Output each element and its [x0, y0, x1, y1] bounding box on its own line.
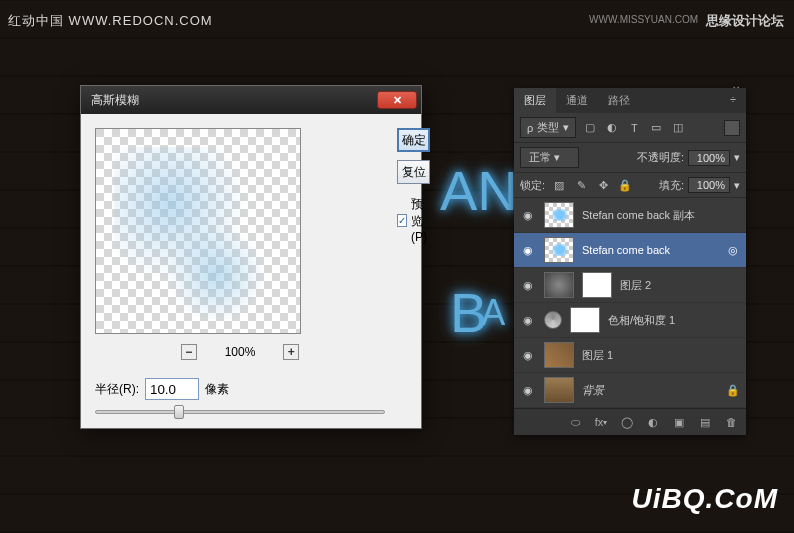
- visibility-toggle[interactable]: ◉: [520, 382, 536, 398]
- radius-unit: 像素: [205, 381, 229, 398]
- visibility-toggle[interactable]: ◉: [520, 242, 536, 258]
- close-button[interactable]: ✕: [377, 91, 417, 109]
- lock-icon: 🔒: [726, 384, 740, 397]
- tab-channels[interactable]: 通道: [556, 88, 598, 113]
- filter-type-icon[interactable]: T: [626, 120, 642, 136]
- tab-paths[interactable]: 路径: [598, 88, 640, 113]
- blend-mode-select[interactable]: 正常 ▾: [520, 147, 579, 168]
- visibility-toggle[interactable]: ◉: [520, 207, 536, 223]
- new-layer-icon[interactable]: ▤: [698, 415, 712, 429]
- add-mask-icon[interactable]: ◯: [620, 415, 634, 429]
- layer-thumbnail[interactable]: [544, 377, 574, 403]
- layers-list: ◉Stefan come back 副本◉Stefan come back◎◉图…: [514, 198, 746, 408]
- link-layers-icon[interactable]: ⬭: [568, 415, 582, 429]
- layer-thumbnail[interactable]: [544, 272, 574, 298]
- panel-footer: ⬭ fx▾ ◯ ◐ ▣ ▤ 🗑: [514, 408, 746, 435]
- slider-thumb[interactable]: [174, 405, 184, 419]
- layer-name[interactable]: Stefan come back 副本: [582, 208, 740, 223]
- gaussian-blur-dialog: 高斯模糊 ✕ − 100% + 半径(R): 像素 确定 复位 ✓: [80, 85, 422, 429]
- lock-move-icon[interactable]: ✥: [595, 177, 611, 193]
- opacity-input[interactable]: 100%: [688, 150, 730, 166]
- layer-thumbnail[interactable]: [544, 342, 574, 368]
- lock-label: 锁定:: [520, 178, 545, 193]
- layer-thumbnail[interactable]: [544, 202, 574, 228]
- watermark-top-right-url: WWW.MISSYUAN.COM: [589, 14, 698, 25]
- layer-row[interactable]: ◉Stefan come back 副本: [514, 198, 746, 233]
- opacity-label: 不透明度:: [637, 150, 684, 165]
- filter-effects-icon[interactable]: ◎: [726, 244, 740, 257]
- delete-layer-icon[interactable]: 🗑: [724, 415, 738, 429]
- zoom-out-button[interactable]: −: [181, 344, 197, 360]
- mask-thumbnail[interactable]: [582, 272, 612, 298]
- layer-thumbnail[interactable]: [544, 237, 574, 263]
- layer-row[interactable]: ◉Stefan come back◎: [514, 233, 746, 268]
- visibility-toggle[interactable]: ◉: [520, 312, 536, 328]
- watermark-bottom-right: UiBQ.CoM: [632, 483, 778, 515]
- add-adjustment-icon[interactable]: ◐: [646, 415, 660, 429]
- layer-name[interactable]: Stefan come back: [582, 244, 718, 256]
- watermark-top-left: 红动中国 WWW.REDOCN.COM: [8, 12, 213, 30]
- ok-button[interactable]: 确定: [397, 128, 430, 152]
- filter-shape-icon[interactable]: ▭: [648, 120, 664, 136]
- fill-label: 填充:: [659, 178, 684, 193]
- layer-row[interactable]: ◉图层 1: [514, 338, 746, 373]
- lock-transparent-icon[interactable]: ▨: [551, 177, 567, 193]
- visibility-toggle[interactable]: ◉: [520, 277, 536, 293]
- layer-name[interactable]: 图层 2: [620, 278, 740, 293]
- reset-button[interactable]: 复位: [397, 160, 430, 184]
- dialog-title: 高斯模糊: [91, 92, 139, 109]
- mask-thumbnail[interactable]: [570, 307, 600, 333]
- radius-label: 半径(R):: [95, 381, 139, 398]
- radius-slider[interactable]: [95, 410, 385, 414]
- layer-row[interactable]: ◉图层 2: [514, 268, 746, 303]
- layer-row[interactable]: ◉背景🔒: [514, 373, 746, 408]
- visibility-toggle[interactable]: ◉: [520, 347, 536, 363]
- filter-toggle[interactable]: [724, 120, 740, 136]
- filter-smart-icon[interactable]: ◫: [670, 120, 686, 136]
- layer-name[interactable]: 色相/饱和度 1: [608, 313, 740, 328]
- filter-image-icon[interactable]: ▢: [582, 120, 598, 136]
- watermark-top-right: 思缘设计论坛: [706, 12, 784, 30]
- fx-icon[interactable]: fx▾: [594, 415, 608, 429]
- fill-input[interactable]: 100%: [688, 177, 730, 193]
- neon-text-1: AN: [440, 158, 518, 223]
- lock-brush-icon[interactable]: ✎: [573, 177, 589, 193]
- lock-all-icon[interactable]: 🔒: [617, 177, 633, 193]
- new-group-icon[interactable]: ▣: [672, 415, 686, 429]
- preview-area[interactable]: [95, 128, 301, 334]
- panel-tabs: 图层 通道 路径 ÷: [514, 88, 746, 113]
- layer-name[interactable]: 图层 1: [582, 348, 740, 363]
- layer-kind-filter[interactable]: ρ 类型 ▾: [520, 117, 576, 138]
- preview-checkbox[interactable]: ✓: [397, 214, 407, 227]
- layer-name[interactable]: 背景: [582, 383, 718, 398]
- filter-adjust-icon[interactable]: ◐: [604, 120, 620, 136]
- adjustment-icon: [544, 311, 562, 329]
- layer-row[interactable]: ◉色相/饱和度 1: [514, 303, 746, 338]
- panel-menu-icon[interactable]: ÷: [720, 88, 746, 113]
- neon-text-2: BA: [450, 280, 505, 345]
- zoom-percent: 100%: [225, 345, 256, 359]
- zoom-in-button[interactable]: +: [283, 344, 299, 360]
- radius-input[interactable]: [145, 378, 199, 400]
- layers-panel: 图层 通道 路径 ÷ ρ 类型 ▾ ▢ ◐ T ▭ ◫ 正常 ▾ 不透明度: 1…: [514, 88, 746, 435]
- dialog-titlebar[interactable]: 高斯模糊 ✕: [81, 86, 421, 114]
- tab-layers[interactable]: 图层: [514, 88, 556, 113]
- preview-checkbox-label: 预览(P): [411, 196, 430, 244]
